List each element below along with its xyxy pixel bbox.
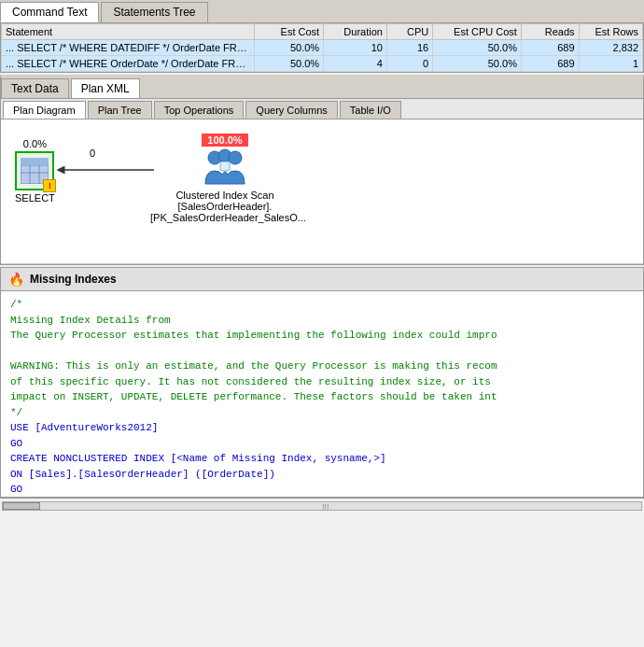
- select-label: SELECT: [15, 192, 55, 204]
- code-line: GO: [10, 482, 634, 497]
- bottom-scrollbar[interactable]: !!!: [0, 498, 644, 513]
- missing-indexes-panel: 🔥 Missing Indexes /* Missing Index Detai…: [0, 267, 644, 498]
- code-line: Missing Index Details from: [10, 313, 634, 329]
- tab-plan-diagram[interactable]: Plan Diagram: [3, 101, 86, 119]
- svg-rect-5: [21, 158, 49, 165]
- middle-tab-bar: Text Data Plan XML: [0, 75, 644, 99]
- cell-est-cpu-cost-1: 50.0%: [433, 40, 522, 56]
- col-header-est-cost: Est Cost: [255, 24, 324, 40]
- plan-area: Plan Diagram Plan Tree Top Operations Qu…: [0, 99, 644, 265]
- cell-duration-2: 4: [324, 56, 387, 72]
- cell-est-cost-1: 50.0%: [255, 40, 324, 56]
- cell-cpu-2: 0: [386, 56, 432, 72]
- code-line: The Query Processor estimates that imple…: [10, 328, 634, 344]
- cell-duration-1: 10: [324, 40, 387, 56]
- cell-statement-1: ... SELECT /* WHERE DATEDIFF */ OrderDat…: [2, 40, 255, 56]
- tab-top-operations[interactable]: Top Operations: [154, 101, 245, 119]
- tab-command-text[interactable]: Command Text: [0, 2, 99, 22]
- clustered-pct: 100.0%: [202, 134, 247, 147]
- code-line: /*: [10, 297, 634, 313]
- code-line: [10, 344, 634, 359]
- scroll-track[interactable]: !!!: [2, 501, 642, 511]
- code-line: GO: [10, 436, 634, 452]
- select-node: 0.0% ! SELECT: [15, 138, 55, 204]
- code-line: CREATE NONCLUSTERED INDEX [<Name of Miss…: [10, 451, 634, 467]
- table-row[interactable]: ... SELECT /* WHERE OrderDate */ OrderDa…: [2, 56, 643, 72]
- col-header-est-rows: Est Rows: [579, 24, 642, 40]
- cell-est-rows-1: 2,832: [579, 40, 642, 56]
- tab-plan-tree[interactable]: Plan Tree: [88, 101, 152, 119]
- cell-statement-2: ... SELECT /* WHERE OrderDate */ OrderDa…: [2, 56, 255, 72]
- code-area[interactable]: /* Missing Index Details from The Query …: [1, 291, 643, 497]
- scroll-label: !!!: [322, 502, 329, 512]
- code-line: impact on INSERT, UPDATE, DELETE perform…: [10, 389, 634, 405]
- col-header-statement: Statement: [2, 24, 255, 40]
- col-header-reads: Reads: [521, 24, 579, 40]
- col-header-cpu: CPU: [386, 24, 432, 40]
- tab-query-columns[interactable]: Query Columns: [245, 101, 337, 119]
- svg-rect-10: [220, 162, 230, 171]
- cell-cpu-1: 16: [386, 40, 432, 56]
- code-line: ON [Sales].[SalesOrderHeader] ([OrderDat…: [10, 467, 634, 483]
- tab-statements-tree[interactable]: Statements Tree: [101, 2, 207, 22]
- plan-subtab-bar: Plan Diagram Plan Tree Top Operations Qu…: [1, 99, 643, 120]
- code-line: of this specific query. It has not consi…: [10, 374, 634, 390]
- flame-icon: 🔥: [8, 272, 24, 287]
- cell-est-cost-2: 50.0%: [255, 56, 324, 72]
- cell-reads-1: 689: [521, 40, 579, 56]
- tab-text-data[interactable]: Text Data: [1, 78, 69, 98]
- tab-plan-xml[interactable]: Plan XML: [71, 78, 140, 98]
- tab-table-io[interactable]: Table I/O: [340, 101, 401, 119]
- svg-point-9: [229, 151, 242, 164]
- cell-est-cpu-cost-2: 50.0%: [433, 56, 522, 72]
- missing-indexes-header: 🔥 Missing Indexes: [1, 268, 643, 291]
- code-line: WARNING: This is only an estimate, and t…: [10, 359, 634, 374]
- arrow-label: 0: [90, 148, 95, 159]
- clustered-icon[interactable]: [203, 148, 246, 188]
- cell-reads-2: 689: [521, 56, 579, 72]
- table-row[interactable]: ... SELECT /* WHERE DATEDIFF */ OrderDat…: [2, 40, 643, 56]
- cell-est-rows-2: 1: [579, 56, 642, 72]
- col-header-est-cpu-cost: Est CPU Cost: [433, 24, 522, 40]
- plan-diagram-area: 0.0% ! SELECT: [1, 120, 643, 264]
- code-line: USE [AdventureWorks2012]: [10, 420, 634, 436]
- arrow-svg: [56, 161, 159, 179]
- missing-indexes-title: Missing Indexes: [30, 273, 117, 286]
- code-line: */: [10, 405, 634, 421]
- select-icon-box[interactable]: !: [15, 151, 54, 190]
- top-tab-bar: Command Text Statements Tree: [0, 0, 644, 23]
- statements-table-container: Statement Est Cost Duration CPU Est CPU …: [0, 23, 644, 73]
- select-pct: 0.0%: [23, 138, 47, 149]
- warning-badge: !: [43, 179, 56, 192]
- statements-table: Statement Est Cost Duration CPU Est CPU …: [1, 23, 643, 72]
- col-header-duration: Duration: [324, 24, 387, 40]
- clustered-index-icon: [203, 148, 246, 188]
- scroll-thumb[interactable]: [3, 502, 40, 510]
- clustered-label: Clustered Index Scan[SalesOrderHeader].[…: [150, 190, 300, 223]
- clustered-node: 100.0% Clustered Index Scan[SalesOrderHe…: [150, 134, 300, 223]
